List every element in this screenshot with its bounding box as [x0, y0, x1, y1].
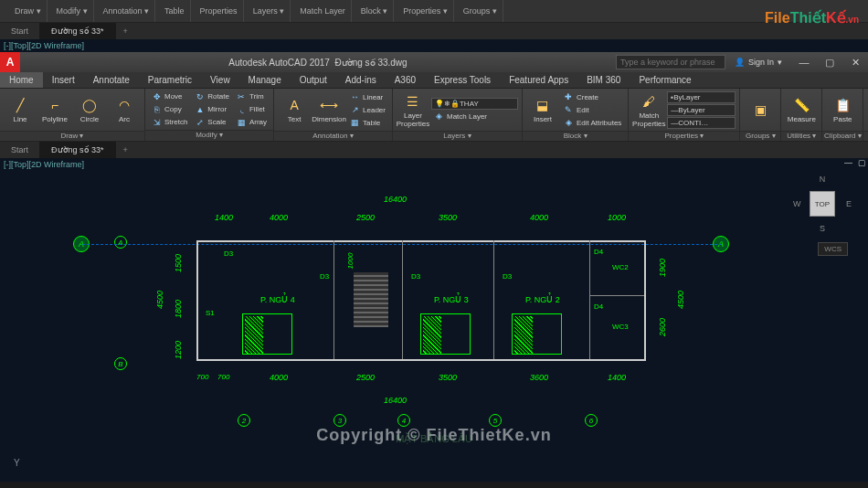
close-button[interactable]: ✕: [842, 52, 868, 72]
rotate-button[interactable]: ↻Rotate: [192, 90, 232, 102]
autocad-logo[interactable]: A: [0, 52, 20, 72]
paste-button[interactable]: 📋Paste: [826, 90, 859, 129]
vp-min-icon[interactable]: —: [844, 158, 852, 167]
tab-express[interactable]: Express Tools: [425, 72, 500, 88]
properties-label[interactable]: Properties: [200, 6, 238, 16]
panel-title-utilities[interactable]: Utilities ▾: [781, 131, 821, 141]
insert-button[interactable]: ⬓Insert: [526, 90, 559, 129]
viewport-controls[interactable]: —▢: [844, 158, 866, 167]
tab-file-2[interactable]: Đường số 33*: [40, 142, 116, 158]
tab-manage[interactable]: Manage: [239, 72, 291, 88]
create-button[interactable]: ✚Create: [561, 91, 624, 103]
tab-featured[interactable]: Featured Apps: [500, 72, 577, 88]
viewcube-s[interactable]: S: [820, 224, 825, 233]
panel-title-modify[interactable]: Modify ▾: [145, 130, 273, 141]
tab-insert[interactable]: Insert: [43, 72, 84, 88]
array-button[interactable]: ▦Array: [234, 116, 270, 128]
edit-attr-button[interactable]: ◈Edit Attributes: [561, 117, 624, 129]
table-icon: ▦: [350, 118, 360, 128]
match-layer-button[interactable]: ◈Match Layer: [431, 111, 518, 122]
annotation-panel-label[interactable]: Annotation ▾: [103, 6, 150, 16]
panel-title-properties[interactable]: Properties ▾: [629, 131, 739, 141]
vp-max-icon[interactable]: ▢: [858, 158, 866, 167]
dim-bot-2: 4000: [270, 373, 288, 382]
help-search-input[interactable]: [616, 55, 725, 69]
panel-title-groups[interactable]: Groups ▾: [740, 131, 780, 141]
viewcube-e[interactable]: E: [846, 199, 852, 208]
line-button[interactable]: ╱Line: [4, 90, 37, 129]
viewcube-w[interactable]: W: [793, 199, 801, 208]
dim-bot-1: 700: [217, 373, 229, 381]
arc-button[interactable]: ◠Arc: [108, 90, 141, 129]
tab-view[interactable]: View: [201, 72, 239, 88]
tab-performance[interactable]: Performance: [630, 72, 700, 88]
measure-button[interactable]: 📏Measure: [785, 90, 818, 129]
tab-add-icon[interactable]: +: [116, 27, 135, 36]
move-button[interactable]: ✥Move: [149, 90, 190, 102]
match-properties-button[interactable]: 🖌Match Properties: [632, 90, 665, 129]
dimension-button[interactable]: ⟷Dimension: [312, 90, 345, 129]
trim-button[interactable]: ✂Trim: [234, 90, 270, 102]
modify-panel-label[interactable]: Modify ▾: [57, 6, 88, 16]
color-combo[interactable]: ▪ ByLayer: [667, 91, 736, 103]
text-button[interactable]: AText: [278, 90, 311, 129]
panel-title-block[interactable]: Block ▾: [523, 131, 628, 141]
scale-button[interactable]: ⤢Scale: [192, 116, 232, 128]
block-panel-label[interactable]: Block ▾: [361, 6, 388, 16]
draw-panel-label[interactable]: Draw ▾: [15, 6, 41, 16]
stretch-button[interactable]: ⇲Stretch: [149, 116, 190, 128]
stretch-icon: ⇲: [152, 117, 162, 127]
panel-title-draw[interactable]: Draw ▾: [0, 131, 144, 141]
grid-2: 2: [238, 414, 250, 427]
tab-home[interactable]: Home: [0, 72, 43, 88]
panel-title-view[interactable]: View ▾: [863, 131, 868, 141]
maximize-button[interactable]: ▢: [817, 52, 842, 72]
table-button[interactable]: ▦Table: [347, 117, 388, 129]
signin-button[interactable]: 👤 Sign In▾: [725, 58, 791, 67]
panel-title-annotation[interactable]: Annotation ▾: [274, 131, 392, 141]
layer-properties-button[interactable]: ☰Layer Properties: [397, 90, 429, 129]
linetype-combo[interactable]: — CONTI…: [667, 117, 736, 129]
linear-button[interactable]: ↔Linear: [347, 91, 388, 103]
tab-output[interactable]: Output: [291, 72, 336, 88]
drawing-canvas[interactable]: —▢ [-][Top][2D Wireframe] N E S W TOP WC…: [0, 158, 868, 482]
group-button[interactable]: ▣: [744, 90, 777, 129]
edit-button[interactable]: ✎Edit: [561, 104, 624, 116]
door-d4-1: D4: [594, 248, 603, 256]
minimize-button[interactable]: —: [791, 52, 817, 72]
wcs-badge[interactable]: WCS: [818, 242, 848, 256]
wall-top: [196, 240, 644, 242]
props-panel-label[interactable]: Properties ▾: [403, 6, 448, 16]
circle-button[interactable]: ◯Circle: [73, 90, 106, 129]
table-label[interactable]: Table: [164, 6, 185, 16]
viewcube-n[interactable]: N: [820, 175, 826, 184]
tab-annotate[interactable]: Annotate: [84, 72, 139, 88]
dim-left-2: 1800: [174, 300, 183, 318]
tab-add-icon-2[interactable]: +: [116, 145, 135, 154]
tab-addins[interactable]: Add-ins: [336, 72, 386, 88]
tab-a360[interactable]: A360: [386, 72, 425, 88]
dim-right-2: 2600: [658, 318, 667, 336]
panel-title-layers[interactable]: Layers ▾: [393, 131, 522, 141]
leader-button[interactable]: ↗Leader: [347, 104, 388, 116]
lineweight-combo[interactable]: — ByLayer: [667, 104, 736, 116]
copy-button[interactable]: ⎘Copy: [149, 103, 190, 115]
fillet-button[interactable]: ◟Fillet: [234, 103, 270, 115]
tab-bim360[interactable]: BIM 360: [577, 72, 630, 88]
groups-panel-label[interactable]: Groups ▾: [463, 6, 497, 16]
tab-file[interactable]: Đường số 33*: [40, 23, 116, 39]
linear-icon: ↔: [350, 92, 360, 102]
tab-start[interactable]: Start: [0, 23, 40, 39]
layers-panel-label[interactable]: Layers ▾: [253, 6, 285, 16]
tab-start-2[interactable]: Start: [0, 142, 40, 158]
layer-combo[interactable]: 💡❄🔒 THAY: [431, 98, 518, 110]
viewcube-top[interactable]: TOP: [810, 191, 835, 217]
tab-parametric[interactable]: Parametric: [139, 72, 201, 88]
panel-title-clipboard[interactable]: Clipboard ▾: [822, 131, 863, 141]
view-label[interactable]: [-][Top][2D Wireframe]: [4, 160, 84, 169]
mirror-button[interactable]: ▲Mirror: [192, 103, 232, 115]
match-layer-label[interactable]: Match Layer: [300, 6, 345, 16]
polyline-button[interactable]: ⌐Polyline: [38, 90, 71, 129]
view-cube[interactable]: N E S W TOP: [795, 176, 850, 231]
upper-view-label[interactable]: [-][Top][2D Wireframe]: [0, 39, 868, 52]
